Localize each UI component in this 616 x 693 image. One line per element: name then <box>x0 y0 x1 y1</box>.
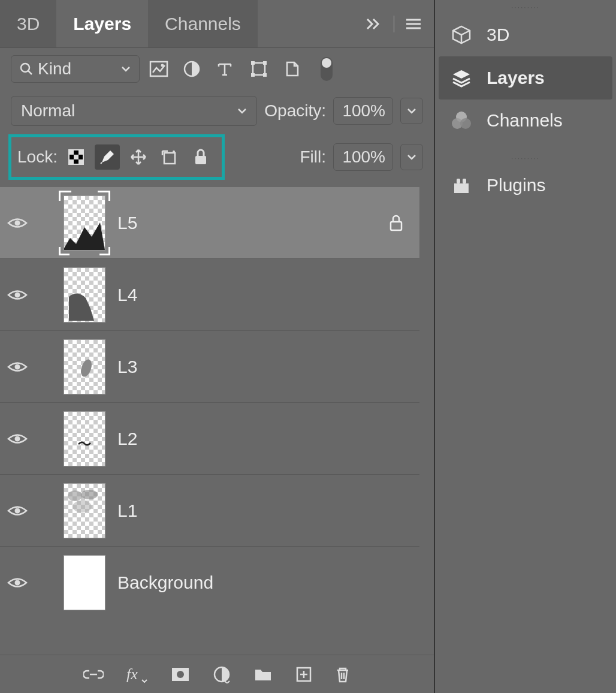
lock-row: Lock: Fill: 100% <box>0 132 434 187</box>
svg-point-26 <box>81 490 98 499</box>
fill-dropdown-button[interactable] <box>400 144 423 170</box>
svg-rect-15 <box>164 153 175 164</box>
divider <box>394 16 394 32</box>
layer-thumbnail[interactable] <box>64 339 105 394</box>
delete-layer-icon[interactable] <box>335 665 351 683</box>
tab-3d[interactable]: 3D <box>0 0 56 47</box>
svg-rect-13 <box>69 159 74 164</box>
layers-list: L5 L4 L3 L2 L1 <box>0 187 434 655</box>
filter-type-icon[interactable] <box>216 61 240 77</box>
search-icon <box>20 62 33 76</box>
layer-row[interactable]: L5 <box>0 187 419 259</box>
svg-point-0 <box>21 64 29 72</box>
svg-point-36 <box>460 118 471 129</box>
layer-row[interactable]: L3 <box>0 331 419 403</box>
layer-row[interactable]: Background <box>0 547 419 619</box>
dock-item-label: Plugins <box>487 175 545 195</box>
svg-rect-7 <box>251 73 255 77</box>
panel-menu-icon[interactable] <box>399 18 428 30</box>
lock-controls-highlight: Lock: <box>8 134 225 180</box>
dock-item-channels[interactable]: Channels <box>435 100 616 141</box>
dock-panel: ∙∙∙∙∙∙∙∙∙ 3D Layers Channels ∙∙∙∙∙∙∙∙∙ P… <box>434 0 616 693</box>
layer-locked-icon[interactable] <box>388 214 404 232</box>
layer-row[interactable]: L4 <box>0 259 419 331</box>
layer-name: L2 <box>117 429 137 449</box>
tab-channels[interactable]: Channels <box>148 0 258 47</box>
svg-point-23 <box>15 436 20 441</box>
lock-position-icon[interactable] <box>126 144 151 170</box>
chevron-down-icon <box>121 66 131 72</box>
svg-point-24 <box>15 508 20 513</box>
layer-name: L4 <box>117 285 137 305</box>
plugin-icon <box>449 176 473 194</box>
dock-item-layers[interactable]: Layers <box>439 56 612 100</box>
filter-pixel-icon[interactable] <box>149 61 173 77</box>
layer-row[interactable]: L1 <box>0 475 419 547</box>
opacity-value-input[interactable]: 100% <box>333 97 393 125</box>
layer-thumbnail[interactable] <box>64 411 105 466</box>
svg-point-2 <box>161 64 164 67</box>
blend-mode-dropdown[interactable]: Normal <box>11 96 257 126</box>
filter-kind-label: Kind <box>38 59 71 79</box>
filter-kind-dropdown[interactable]: Kind <box>11 55 140 83</box>
link-layers-icon[interactable] <box>83 668 104 680</box>
visibility-toggle-icon[interactable] <box>7 576 30 589</box>
svg-point-16 <box>173 150 175 153</box>
svg-rect-37 <box>457 179 460 183</box>
svg-point-22 <box>80 358 93 378</box>
blend-mode-value: Normal <box>21 101 75 120</box>
panel-grip[interactable]: ∙∙∙∙∙∙∙∙∙ <box>435 4 616 11</box>
filter-shape-icon[interactable] <box>250 60 274 78</box>
svg-point-18 <box>15 220 20 225</box>
opacity-dropdown-button[interactable] <box>400 98 423 124</box>
layers-icon <box>449 67 473 89</box>
layers-panel: 3D Layers Channels Kind <box>0 0 434 693</box>
layer-row[interactable]: L2 <box>0 403 419 475</box>
svg-rect-11 <box>78 150 83 155</box>
svg-point-20 <box>15 292 20 297</box>
collapse-icon[interactable] <box>359 17 389 31</box>
blend-row: Normal Opacity: 100% <box>0 90 434 132</box>
layer-name: L3 <box>117 357 137 377</box>
visibility-toggle-icon[interactable] <box>7 216 30 230</box>
filter-smartobject-icon[interactable] <box>283 60 307 78</box>
dock-item-label: Layers <box>487 68 545 88</box>
adjustment-layer-icon[interactable] <box>213 665 231 683</box>
tab-layers[interactable]: Layers <box>56 0 148 47</box>
svg-rect-38 <box>463 179 466 183</box>
fill-value-input[interactable]: 100% <box>333 143 393 171</box>
layer-mask-icon[interactable] <box>171 667 190 682</box>
lock-pixels-icon[interactable] <box>95 144 120 170</box>
channels-icon <box>449 110 473 131</box>
layer-thumbnail[interactable] <box>64 195 105 251</box>
svg-point-27 <box>73 501 92 513</box>
svg-point-21 <box>15 364 20 369</box>
filter-row: Kind <box>0 48 434 90</box>
lock-artboard-icon[interactable] <box>157 144 182 170</box>
layer-thumbnail[interactable] <box>64 555 105 610</box>
visibility-toggle-icon[interactable] <box>7 360 30 373</box>
chevron-down-icon <box>237 108 247 114</box>
lock-label: Lock: <box>17 147 58 167</box>
svg-rect-5 <box>251 61 255 65</box>
group-icon[interactable] <box>253 667 273 682</box>
layer-style-icon[interactable]: fx <box>126 666 148 683</box>
svg-point-31 <box>177 671 184 678</box>
filter-toggle-switch[interactable] <box>321 57 333 81</box>
lock-all-icon[interactable] <box>188 144 213 170</box>
filter-adjustment-icon[interactable] <box>183 60 207 78</box>
visibility-toggle-icon[interactable] <box>7 432 30 445</box>
layer-thumbnail[interactable] <box>64 483 105 538</box>
dock-item-plugins[interactable]: Plugins <box>435 164 616 206</box>
layer-name: Background <box>117 573 213 593</box>
new-layer-icon[interactable] <box>295 666 312 683</box>
panel-grip[interactable]: ∙∙∙∙∙∙∙∙∙ <box>435 155 616 162</box>
dock-item-label: Channels <box>487 110 563 131</box>
visibility-toggle-icon[interactable] <box>7 288 30 302</box>
visibility-toggle-icon[interactable] <box>7 504 30 517</box>
dock-item-3d[interactable]: 3D <box>435 13 616 56</box>
svg-rect-10 <box>69 150 74 155</box>
layer-thumbnail[interactable] <box>64 267 105 323</box>
svg-rect-1 <box>150 62 167 76</box>
lock-transparency-icon[interactable] <box>64 144 89 170</box>
